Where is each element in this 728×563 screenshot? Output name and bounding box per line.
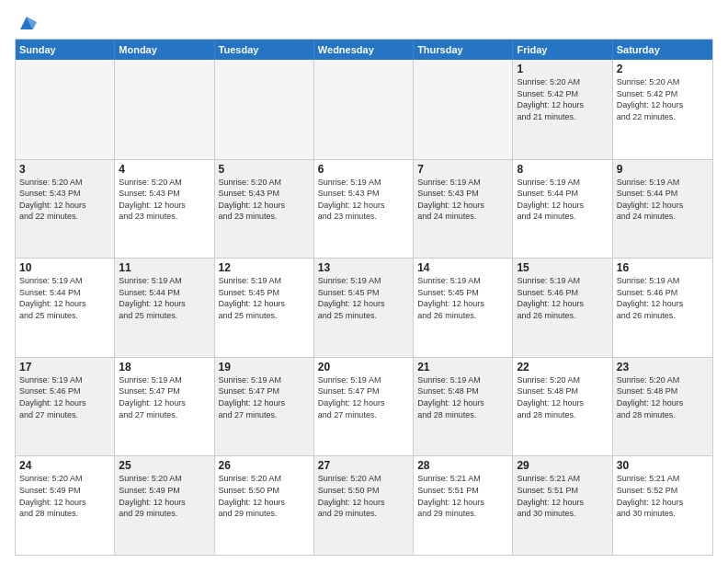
day-number: 6 (318, 163, 409, 176)
calendar-cell: 24Sunrise: 5:20 AM Sunset: 5:49 PM Dayli… (16, 456, 115, 555)
week-row-1: 3Sunrise: 5:20 AM Sunset: 5:43 PM Daylig… (16, 159, 712, 259)
calendar-cell: 28Sunrise: 5:21 AM Sunset: 5:51 PM Dayli… (414, 456, 513, 555)
day-of-week-sunday: Sunday (16, 40, 115, 60)
calendar-cell (215, 60, 314, 159)
cell-info: Sunrise: 5:20 AM Sunset: 5:49 PM Dayligh… (119, 473, 210, 519)
calendar-cell: 6Sunrise: 5:19 AM Sunset: 5:43 PM Daylig… (314, 160, 414, 259)
cell-info: Sunrise: 5:19 AM Sunset: 5:43 PM Dayligh… (318, 177, 409, 223)
cell-info: Sunrise: 5:20 AM Sunset: 5:43 PM Dayligh… (119, 177, 210, 223)
cell-info: Sunrise: 5:20 AM Sunset: 5:42 PM Dayligh… (517, 76, 608, 122)
cell-info: Sunrise: 5:19 AM Sunset: 5:43 PM Dayligh… (417, 177, 508, 223)
day-of-week-saturday: Saturday (613, 40, 712, 60)
cell-info: Sunrise: 5:20 AM Sunset: 5:48 PM Dayligh… (617, 374, 709, 420)
calendar-cell (115, 60, 214, 159)
cell-info: Sunrise: 5:19 AM Sunset: 5:44 PM Dayligh… (617, 177, 709, 223)
day-number: 20 (318, 361, 409, 373)
cell-info: Sunrise: 5:19 AM Sunset: 5:46 PM Dayligh… (517, 275, 608, 321)
week-row-2: 10Sunrise: 5:19 AM Sunset: 5:44 PM Dayli… (16, 258, 712, 357)
calendar-cell: 18Sunrise: 5:19 AM Sunset: 5:47 PM Dayli… (115, 358, 214, 456)
cell-info: Sunrise: 5:19 AM Sunset: 5:45 PM Dayligh… (219, 275, 310, 321)
calendar-cell: 11Sunrise: 5:19 AM Sunset: 5:44 PM Dayli… (115, 259, 214, 357)
day-number: 25 (119, 459, 210, 472)
header (15, 11, 713, 31)
day-number: 21 (417, 361, 508, 373)
calendar-cell: 5Sunrise: 5:20 AM Sunset: 5:43 PM Daylig… (215, 160, 314, 259)
day-number: 2 (617, 63, 709, 75)
day-number: 13 (318, 261, 409, 274)
cell-info: Sunrise: 5:19 AM Sunset: 5:47 PM Dayligh… (119, 374, 210, 420)
day-number: 27 (318, 459, 409, 472)
day-number: 12 (219, 261, 310, 274)
day-number: 18 (119, 361, 210, 373)
day-number: 17 (19, 361, 110, 373)
cell-info: Sunrise: 5:21 AM Sunset: 5:51 PM Dayligh… (417, 473, 508, 519)
day-number: 3 (19, 163, 110, 176)
calendar-cell: 29Sunrise: 5:21 AM Sunset: 5:51 PM Dayli… (513, 456, 612, 555)
calendar-cell: 4Sunrise: 5:20 AM Sunset: 5:43 PM Daylig… (115, 160, 214, 259)
day-of-week-thursday: Thursday (414, 40, 513, 60)
day-number: 5 (219, 163, 310, 176)
cell-info: Sunrise: 5:20 AM Sunset: 5:48 PM Dayligh… (517, 374, 608, 420)
calendar-cell: 17Sunrise: 5:19 AM Sunset: 5:46 PM Dayli… (16, 358, 115, 456)
calendar-cell: 26Sunrise: 5:20 AM Sunset: 5:50 PM Dayli… (215, 456, 314, 555)
cell-info: Sunrise: 5:19 AM Sunset: 5:44 PM Dayligh… (517, 177, 608, 223)
cell-info: Sunrise: 5:20 AM Sunset: 5:42 PM Dayligh… (617, 76, 709, 122)
day-number: 22 (517, 361, 608, 373)
week-row-4: 24Sunrise: 5:20 AM Sunset: 5:49 PM Dayli… (16, 455, 712, 555)
calendar-cell: 16Sunrise: 5:19 AM Sunset: 5:46 PM Dayli… (613, 259, 712, 357)
calendar-cell: 8Sunrise: 5:19 AM Sunset: 5:44 PM Daylig… (513, 160, 612, 259)
cell-info: Sunrise: 5:19 AM Sunset: 5:44 PM Dayligh… (119, 275, 210, 321)
calendar-cell (414, 60, 513, 159)
day-number: 14 (417, 261, 508, 274)
day-of-week-monday: Monday (115, 40, 214, 60)
day-number: 19 (219, 361, 310, 373)
cell-info: Sunrise: 5:19 AM Sunset: 5:47 PM Dayligh… (219, 374, 310, 420)
page: SundayMondayTuesdayWednesdayThursdayFrid… (0, 0, 728, 563)
calendar-cell: 9Sunrise: 5:19 AM Sunset: 5:44 PM Daylig… (613, 160, 712, 259)
cell-info: Sunrise: 5:21 AM Sunset: 5:52 PM Dayligh… (617, 473, 709, 519)
cell-info: Sunrise: 5:20 AM Sunset: 5:50 PM Dayligh… (318, 473, 409, 519)
cell-info: Sunrise: 5:19 AM Sunset: 5:45 PM Dayligh… (318, 275, 409, 321)
calendar-cell: 13Sunrise: 5:19 AM Sunset: 5:45 PM Dayli… (314, 259, 414, 357)
day-number: 16 (617, 261, 709, 274)
day-number: 24 (19, 459, 110, 472)
calendar-cell: 10Sunrise: 5:19 AM Sunset: 5:44 PM Dayli… (16, 259, 115, 357)
calendar-cell: 15Sunrise: 5:19 AM Sunset: 5:46 PM Dayli… (513, 259, 612, 357)
day-number: 9 (617, 163, 709, 176)
calendar-body: 1Sunrise: 5:20 AM Sunset: 5:42 PM Daylig… (16, 60, 712, 555)
calendar-cell: 7Sunrise: 5:19 AM Sunset: 5:43 PM Daylig… (414, 160, 513, 259)
cell-info: Sunrise: 5:19 AM Sunset: 5:46 PM Dayligh… (19, 374, 110, 420)
calendar-cell: 23Sunrise: 5:20 AM Sunset: 5:48 PM Dayli… (613, 358, 712, 456)
day-number: 1 (517, 63, 608, 75)
cell-info: Sunrise: 5:20 AM Sunset: 5:50 PM Dayligh… (219, 473, 310, 519)
calendar-cell: 30Sunrise: 5:21 AM Sunset: 5:52 PM Dayli… (613, 456, 712, 555)
cell-info: Sunrise: 5:21 AM Sunset: 5:51 PM Dayligh… (517, 473, 608, 519)
day-number: 10 (19, 261, 110, 274)
day-number: 23 (617, 361, 709, 373)
calendar-cell: 2Sunrise: 5:20 AM Sunset: 5:42 PM Daylig… (613, 60, 712, 159)
calendar: SundayMondayTuesdayWednesdayThursdayFrid… (15, 39, 713, 556)
cell-info: Sunrise: 5:19 AM Sunset: 5:48 PM Dayligh… (417, 374, 508, 420)
day-of-week-friday: Friday (513, 40, 612, 60)
day-number: 30 (617, 459, 709, 472)
calendar-cell: 1Sunrise: 5:20 AM Sunset: 5:42 PM Daylig… (513, 60, 612, 159)
day-number: 4 (119, 163, 210, 176)
logo (15, 15, 37, 31)
day-number: 8 (517, 163, 608, 176)
day-number: 28 (417, 459, 508, 472)
day-number: 7 (417, 163, 508, 176)
calendar-cell: 20Sunrise: 5:19 AM Sunset: 5:47 PM Dayli… (314, 358, 414, 456)
week-row-0: 1Sunrise: 5:20 AM Sunset: 5:42 PM Daylig… (16, 60, 712, 159)
logo-icon (17, 13, 37, 33)
calendar-cell: 3Sunrise: 5:20 AM Sunset: 5:43 PM Daylig… (16, 160, 115, 259)
day-number: 29 (517, 459, 608, 472)
calendar-cell: 22Sunrise: 5:20 AM Sunset: 5:48 PM Dayli… (513, 358, 612, 456)
calendar-cell (314, 60, 414, 159)
cell-info: Sunrise: 5:19 AM Sunset: 5:44 PM Dayligh… (19, 275, 110, 321)
cell-info: Sunrise: 5:20 AM Sunset: 5:49 PM Dayligh… (19, 473, 110, 519)
calendar-cell: 12Sunrise: 5:19 AM Sunset: 5:45 PM Dayli… (215, 259, 314, 357)
day-number: 15 (517, 261, 608, 274)
calendar-cell: 19Sunrise: 5:19 AM Sunset: 5:47 PM Dayli… (215, 358, 314, 456)
day-number: 11 (119, 261, 210, 274)
calendar-cell (16, 60, 115, 159)
